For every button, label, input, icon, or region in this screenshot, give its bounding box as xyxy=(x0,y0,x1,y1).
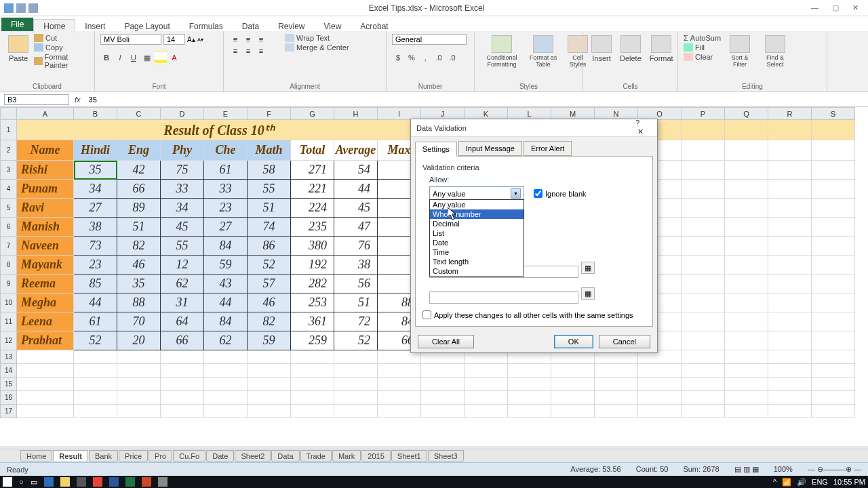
calc-cell[interactable]: 52 xyxy=(334,331,378,350)
empty-cell[interactable] xyxy=(508,391,551,405)
empty-cell[interactable] xyxy=(551,364,595,378)
empty-cell[interactable] xyxy=(638,405,682,418)
calc-cell[interactable]: 282 xyxy=(291,274,334,293)
clear-all-button[interactable]: Clear All xyxy=(418,335,474,348)
taskview-icon[interactable]: ▭ xyxy=(31,478,37,487)
tray-up-icon[interactable]: ^ xyxy=(773,478,776,486)
data-cell[interactable]: 33 xyxy=(204,180,248,199)
range-select-icon[interactable]: ▦ xyxy=(581,262,595,274)
empty-cell[interactable] xyxy=(17,350,74,364)
empty-cell[interactable] xyxy=(465,391,508,405)
allow-option[interactable]: List xyxy=(430,228,524,238)
empty-cell[interactable] xyxy=(161,350,204,364)
calc-cell[interactable]: 51 xyxy=(334,293,378,312)
empty-cell[interactable] xyxy=(248,405,291,418)
dec-decimal-button[interactable]: .0 xyxy=(446,52,458,64)
empty-cell[interactable] xyxy=(465,405,508,418)
fx-icon[interactable]: fx xyxy=(69,96,86,104)
network-icon[interactable]: 📶 xyxy=(782,478,791,487)
empty-cell[interactable] xyxy=(812,364,855,378)
close-button[interactable]: ✕ xyxy=(852,3,859,12)
apply-all-checkbox[interactable]: Apply these changes to all other cells w… xyxy=(422,310,646,319)
empty-cell[interactable] xyxy=(204,391,248,405)
range-select-icon[interactable]: ▦ xyxy=(581,287,595,300)
row-header[interactable]: 2 xyxy=(1,140,17,161)
font-color-button[interactable]: A xyxy=(168,52,180,64)
empty-cell[interactable] xyxy=(595,391,638,405)
empty-cell[interactable] xyxy=(421,405,465,418)
wrap-text-button[interactable]: Wrap Text xyxy=(285,34,349,42)
empty-cell[interactable] xyxy=(421,378,465,391)
dialog-help-button[interactable]: ? xyxy=(635,119,639,127)
autosum-button[interactable]: Σ AutoSum xyxy=(684,34,721,42)
empty-cell[interactable] xyxy=(291,378,334,391)
redo-icon[interactable] xyxy=(28,3,38,13)
row-header[interactable]: 9 xyxy=(1,274,17,293)
data-cell[interactable]: 46 xyxy=(117,256,161,274)
calc-cell[interactable]: 235 xyxy=(291,218,334,237)
sheet-tab[interactable]: Trade xyxy=(300,450,332,462)
sheet-tab[interactable]: Data xyxy=(271,450,299,462)
empty-cell[interactable] xyxy=(551,378,595,391)
empty-cell[interactable] xyxy=(682,350,725,364)
allow-option[interactable]: Decimal xyxy=(430,219,524,228)
fill-button[interactable]: Fill xyxy=(684,43,721,52)
data-cell[interactable]: 88 xyxy=(117,293,161,312)
calc-cell[interactable]: 271 xyxy=(291,161,334,180)
col-header[interactable]: B xyxy=(74,108,117,120)
row-header[interactable]: 6 xyxy=(1,218,17,237)
name-cell[interactable]: Leena xyxy=(17,312,74,331)
dialog-tab-input-message[interactable]: Input Message xyxy=(458,141,522,156)
allow-option[interactable]: Any value xyxy=(430,200,524,209)
chevron-down-icon[interactable]: ▼ xyxy=(511,188,521,199)
minimize-button[interactable]: — xyxy=(811,3,818,12)
format-button[interactable]: Format xyxy=(647,34,676,64)
empty-cell[interactable] xyxy=(378,405,421,418)
empty-cell[interactable] xyxy=(725,405,768,418)
inc-decimal-button[interactable]: .0 xyxy=(433,52,445,64)
row-header[interactable]: 3 xyxy=(1,161,17,180)
data-cell[interactable]: 82 xyxy=(248,312,291,331)
data-cell[interactable]: 70 xyxy=(117,312,161,331)
clock-time[interactable]: 10:55 PM xyxy=(833,478,865,486)
allow-option[interactable]: Text length xyxy=(430,257,524,266)
empty-cell[interactable] xyxy=(334,391,378,405)
empty-cell[interactable] xyxy=(291,364,334,378)
data-cell[interactable]: 62 xyxy=(161,274,204,293)
data-cell[interactable]: 64 xyxy=(161,312,204,331)
ok-button[interactable]: OK xyxy=(554,335,593,348)
calc-cell[interactable]: 221 xyxy=(291,180,334,199)
sheet-tab[interactable]: Date xyxy=(206,450,234,462)
empty-cell[interactable] xyxy=(74,378,117,391)
col-header[interactable]: M xyxy=(551,108,595,120)
empty-cell[interactable] xyxy=(725,378,768,391)
calc-cell[interactable]: 253 xyxy=(291,293,334,312)
empty-cell[interactable] xyxy=(508,405,551,418)
data-cell[interactable]: 61 xyxy=(74,312,117,331)
empty-cell[interactable] xyxy=(161,378,204,391)
empty-cell[interactable] xyxy=(74,350,117,364)
allow-option[interactable]: Custom xyxy=(430,266,524,276)
font-size-select[interactable]: 14 xyxy=(163,34,185,45)
currency-button[interactable]: $ xyxy=(392,52,404,64)
data-cell[interactable]: 44 xyxy=(204,293,248,312)
empty-cell[interactable] xyxy=(74,405,117,418)
empty-cell[interactable] xyxy=(378,364,421,378)
allow-option[interactable]: Time xyxy=(430,247,524,257)
data-cell[interactable]: 45 xyxy=(161,218,204,237)
empty-cell[interactable] xyxy=(161,405,204,418)
find-select-button[interactable]: Find & Select xyxy=(759,34,791,69)
zoom-level[interactable]: 100% xyxy=(774,465,793,474)
sort-filter-button[interactable]: Sort & Filter xyxy=(724,34,756,69)
row-header[interactable]: 17 xyxy=(1,405,17,418)
data-cell[interactable]: 52 xyxy=(74,331,117,350)
calc-cell[interactable]: 47 xyxy=(334,218,378,237)
row-header[interactable]: 1 xyxy=(1,120,17,140)
empty-cell[interactable] xyxy=(17,405,74,418)
empty-cell[interactable] xyxy=(204,405,248,418)
row-header[interactable]: 13 xyxy=(1,350,17,364)
empty-cell[interactable] xyxy=(334,350,378,364)
empty-cell[interactable] xyxy=(248,391,291,405)
data-cell[interactable]: 51 xyxy=(117,218,161,237)
calc-cell[interactable]: 259 xyxy=(291,331,334,350)
